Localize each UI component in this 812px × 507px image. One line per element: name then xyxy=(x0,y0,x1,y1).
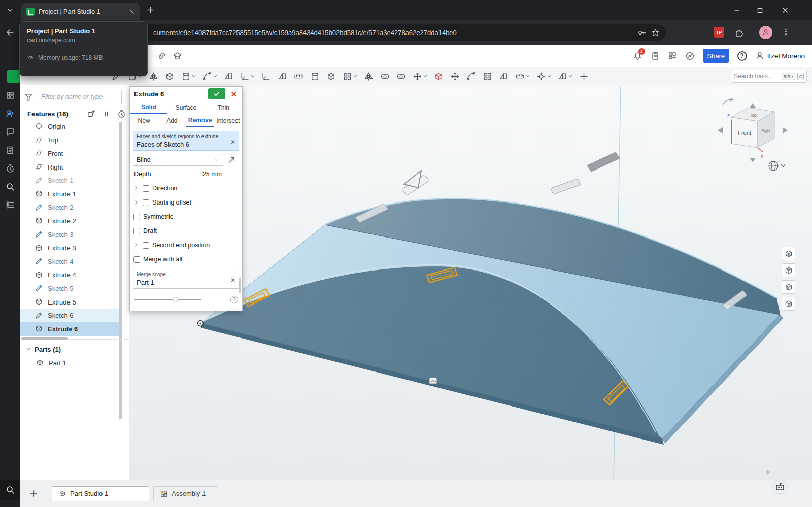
expand-chevron-icon[interactable] xyxy=(133,200,140,205)
key-icon[interactable] xyxy=(637,28,646,37)
shell-icon[interactable] xyxy=(326,69,336,83)
view-cube[interactable]: Top Front Right z x xyxy=(718,98,788,171)
roll-arrow-icon[interactable] xyxy=(723,99,731,105)
browser-menu-kebab-icon[interactable] xyxy=(782,27,790,36)
view-cube-home-button[interactable] xyxy=(782,263,795,277)
sheet-metal-icon[interactable] xyxy=(557,69,573,83)
extrude-direction-arrow[interactable] xyxy=(404,171,421,188)
assistant-robot-icon[interactable] xyxy=(772,479,788,494)
merge-scope-field[interactable]: Merge scope Part 1 ✕ xyxy=(133,269,239,289)
extensions-puzzle-icon[interactable] xyxy=(734,28,743,37)
preview-slider-knob[interactable] xyxy=(173,297,178,302)
profile-avatar[interactable] xyxy=(759,26,772,39)
suppress-pause-icon[interactable] xyxy=(103,110,110,118)
parts-section-header[interactable]: Parts (1) xyxy=(25,343,61,355)
tree-scrollbar[interactable] xyxy=(119,122,122,419)
dialog-scrollbar[interactable] xyxy=(239,278,241,293)
clear-selection-icon[interactable]: ✕ xyxy=(230,139,235,146)
clear-merge-scope-icon[interactable]: ✕ xyxy=(230,277,235,284)
feature-item-right[interactable]: Right xyxy=(20,160,120,174)
end-type-select[interactable]: Blind xyxy=(133,154,223,166)
flange-tab[interactable] xyxy=(551,179,581,194)
tab-thin[interactable]: Thin xyxy=(205,101,242,114)
user-menu[interactable]: Itzel Moreno xyxy=(755,51,805,60)
mirror-sketch-icon[interactable] xyxy=(148,69,159,83)
browser-tab[interactable]: Project | Part Studio 1 xyxy=(21,3,140,20)
document-tab-assembly-1[interactable]: Assembly 1 xyxy=(153,486,218,501)
feature-item-front[interactable]: Front xyxy=(20,147,120,160)
feature-item-extrude-5[interactable]: Extrude 5 xyxy=(20,295,120,309)
hole-icon[interactable] xyxy=(310,69,320,83)
flip-direction-icon[interactable] xyxy=(227,156,236,164)
add-tab-plus-icon[interactable] xyxy=(27,488,40,500)
filter-input[interactable] xyxy=(37,90,122,104)
feature-item-sketch-6[interactable]: Sketch 6 xyxy=(20,309,120,322)
cancel-x-button[interactable]: ✕ xyxy=(229,88,239,99)
tab-surface[interactable]: Surface xyxy=(167,101,205,114)
tab-close-icon[interactable] xyxy=(129,9,135,15)
split-icon[interactable] xyxy=(396,69,407,83)
window-close-button[interactable] xyxy=(779,4,791,16)
document-tab-part-studio-1[interactable]: Part Studio 1 xyxy=(52,486,149,501)
revolve-icon[interactable] xyxy=(181,69,196,83)
feature-item-sketch-4[interactable]: Sketch 4 xyxy=(20,255,120,268)
chat-icon[interactable] xyxy=(6,127,15,137)
checkbox-merge-with-all[interactable] xyxy=(133,256,140,263)
feature-item-extrude-3[interactable]: Extrude 3 xyxy=(20,241,120,255)
rotate-left-arrow-icon[interactable] xyxy=(718,127,723,133)
dialog-help-icon[interactable]: ? xyxy=(230,296,238,303)
checkbox-starting-offset[interactable] xyxy=(143,199,149,206)
onshape-logo[interactable] xyxy=(7,70,20,83)
tab-solid[interactable]: Solid xyxy=(130,101,167,114)
expand-chevron-icon[interactable] xyxy=(133,186,140,191)
discover-compass-icon[interactable] xyxy=(685,51,695,61)
draft-icon[interactable] xyxy=(277,69,288,83)
search-icon[interactable] xyxy=(6,182,15,191)
boolean-icon[interactable] xyxy=(380,69,390,83)
history-icon[interactable] xyxy=(6,164,15,173)
notifications-bell-icon[interactable]: 1 xyxy=(633,51,642,61)
sweep-icon[interactable] xyxy=(202,69,218,83)
custom-feature-icon[interactable] xyxy=(579,69,589,83)
feature-item-extrude-4[interactable]: Extrude 4 xyxy=(20,268,120,282)
vertical-tabs-chevron-icon[interactable] xyxy=(6,6,14,14)
window-minimize-button[interactable] xyxy=(731,4,743,16)
bookmark-star-icon[interactable] xyxy=(651,28,660,37)
offset-surface-icon[interactable] xyxy=(466,69,477,83)
rotate-right-arrow-icon[interactable] xyxy=(783,127,788,133)
apps-grid-icon[interactable] xyxy=(6,91,15,100)
feature-item-sketch-5[interactable]: Sketch 5 xyxy=(20,282,120,295)
feature-item-extrude-2[interactable]: Extrude 2 xyxy=(20,214,120,228)
share-button[interactable]: Share xyxy=(703,49,729,63)
add-person-icon[interactable] xyxy=(6,109,15,118)
delete-face-icon[interactable] xyxy=(433,69,444,83)
feature-item-extrude-1[interactable]: Extrude 1 xyxy=(20,187,120,201)
fill-surface-icon[interactable] xyxy=(498,69,509,83)
mirror-pattern-icon[interactable] xyxy=(363,69,374,83)
help-icon[interactable]: ? xyxy=(737,51,747,61)
insert-feature-icon[interactable] xyxy=(87,110,95,118)
feature-item-top[interactable]: Top xyxy=(20,133,120,147)
transform-icon[interactable] xyxy=(412,69,428,83)
copy-link-icon[interactable] xyxy=(157,51,166,60)
app-store-grid-icon[interactable] xyxy=(668,51,677,60)
measure-icon[interactable] xyxy=(515,69,530,83)
flange-tab-detached[interactable] xyxy=(587,152,620,172)
notes-icon[interactable] xyxy=(6,146,15,155)
move-face-icon[interactable] xyxy=(450,69,460,83)
feature-item-origin[interactable]: Origin xyxy=(20,120,120,133)
rollback-stopwatch-icon[interactable] xyxy=(117,110,126,118)
tab-add[interactable]: Add xyxy=(158,114,186,127)
checkbox-direction[interactable] xyxy=(143,185,149,192)
new-tab-icon[interactable] xyxy=(146,6,155,14)
boundary-surface-icon[interactable] xyxy=(482,69,493,83)
rotate-down-arrow-icon[interactable] xyxy=(750,158,756,162)
checkbox-second-end-position[interactable] xyxy=(143,242,149,249)
feature-item-extrude-6[interactable]: Extrude 6 xyxy=(20,322,120,336)
learning-center-icon[interactable] xyxy=(173,51,182,61)
checkbox-draft[interactable] xyxy=(133,228,140,234)
release-notes-icon[interactable] xyxy=(651,51,660,60)
tab-new[interactable]: New xyxy=(130,114,158,127)
preview-slider[interactable] xyxy=(134,299,201,300)
fillet-icon[interactable] xyxy=(240,69,255,83)
